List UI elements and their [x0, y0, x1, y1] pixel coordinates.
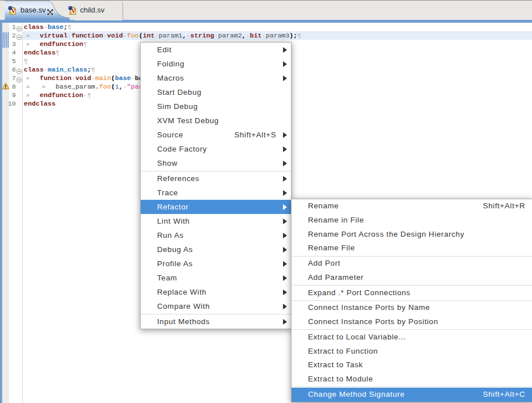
svg-text:V: V [71, 8, 76, 14]
svg-text:V: V [11, 8, 16, 14]
